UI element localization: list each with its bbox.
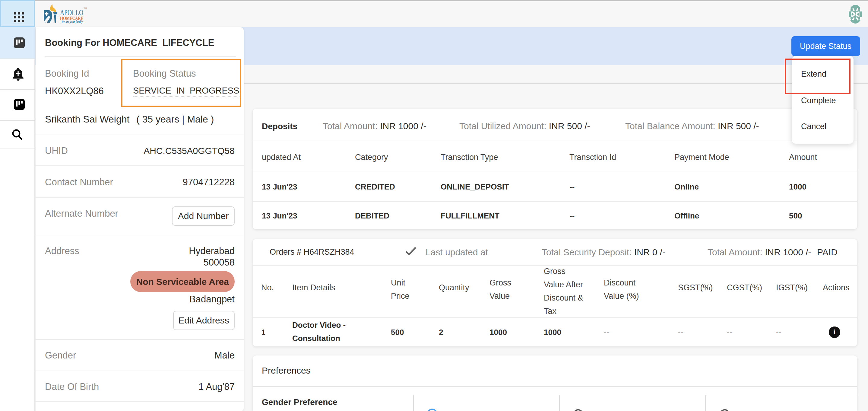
svg-text:TM: TM bbox=[84, 7, 87, 10]
svg-text:—We are your family—: —We are your family— bbox=[59, 20, 85, 24]
